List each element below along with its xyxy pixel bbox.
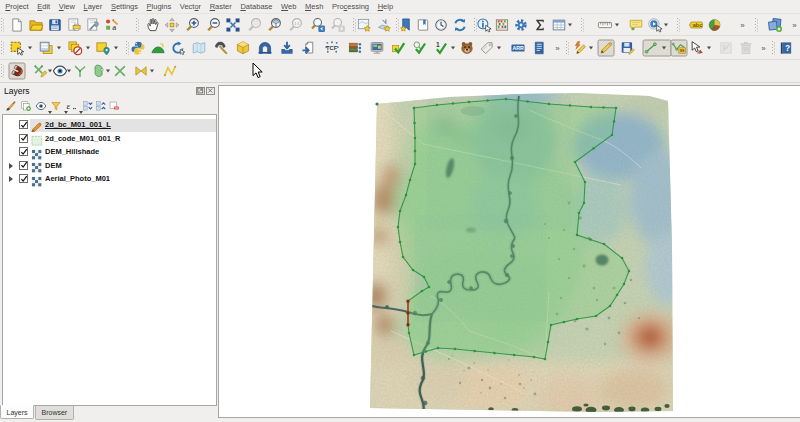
new-project-button[interactable]	[9, 16, 26, 33]
toolbar-handle[interactable]	[677, 18, 680, 32]
snap-on-intersection-button[interactable]	[72, 63, 89, 80]
menu-raster[interactable]: Raster	[205, 1, 236, 13]
toolbar-handle[interactable]	[1, 64, 4, 78]
deselect-features-button[interactable]	[67, 39, 84, 56]
snapping-mode-button[interactable]	[33, 63, 50, 80]
select-features-by-area-dropdown[interactable]	[28, 46, 32, 49]
topological-editing-button[interactable]	[112, 63, 129, 80]
run-feature-action-button[interactable]	[647, 16, 664, 33]
avoid-overlap-button[interactable]	[91, 63, 108, 80]
current-edits-dropdown[interactable]	[589, 46, 593, 49]
toolbar-overflow-button[interactable]: »	[740, 20, 743, 29]
help-contents-button[interactable]: ?	[778, 39, 795, 56]
new-spatial-bookmark-button[interactable]	[398, 16, 415, 33]
layer-row-DEM_Hillshade[interactable]: DEM_Hillshade	[4, 146, 216, 160]
toolbar-overflow-button[interactable]: »	[792, 20, 795, 29]
menu-project[interactable]: Project	[1, 1, 33, 13]
show-spatial-bookmarks-button[interactable]	[415, 16, 432, 33]
processing-toolbox-button[interactable]	[513, 16, 530, 33]
python-console-button[interactable]	[130, 39, 147, 56]
remove-layer-button[interactable]	[108, 99, 121, 112]
zoom-out-button[interactable]	[206, 16, 223, 33]
qgis2threejs-button[interactable]	[235, 39, 252, 56]
osm-place-search-button[interactable]	[170, 39, 187, 56]
select-by-location-dropdown[interactable]	[114, 46, 118, 49]
filter-by-expression-button[interactable]: ε	[64, 99, 77, 112]
new-print-layout-button[interactable]	[66, 16, 83, 33]
menu-view[interactable]: View	[54, 1, 79, 13]
pan-map-to-selection-button[interactable]	[164, 16, 181, 33]
layer-row-DEM[interactable]: DEM	[4, 159, 216, 173]
crayfish-mesh-button[interactable]	[191, 39, 208, 56]
toolbar-handle[interactable]	[1, 41, 4, 55]
save-layer-edits-button[interactable]	[620, 39, 637, 56]
toolbar-handle[interactable]	[581, 18, 584, 32]
menu-layer[interactable]: Layer	[79, 1, 106, 13]
toolbar-overflow-button[interactable]: »	[555, 43, 558, 52]
menu-database[interactable]: Database	[236, 1, 277, 13]
menu-plugins[interactable]: Plugins	[142, 1, 175, 13]
tuflow-viewer-button[interactable]	[347, 39, 364, 56]
menu-settings[interactable]: Settings	[107, 1, 143, 13]
toolbar-overflow-button[interactable]: »	[761, 43, 764, 52]
integrity-tool-button[interactable]	[412, 39, 429, 56]
panel-tab-browser[interactable]: Browser	[35, 406, 74, 420]
delete-selected-button[interactable]	[738, 39, 755, 56]
add-group-button[interactable]	[20, 99, 33, 112]
tuplot-button[interactable]	[459, 39, 476, 56]
run-feature-action-dropdown[interactable]	[664, 23, 668, 26]
zoom-to-selection-button[interactable]	[247, 16, 264, 33]
grass-tools-button[interactable]	[150, 39, 167, 56]
identify-features-button[interactable]	[476, 16, 493, 33]
configure-tuflow-project-button[interactable]: TCF	[324, 39, 341, 56]
expand-arrow-icon[interactable]	[9, 176, 13, 182]
toggle-editing-button[interactable]	[598, 39, 615, 56]
deselect-features-dropdown[interactable]	[86, 46, 90, 49]
tuflow-arch-button[interactable]	[257, 39, 274, 56]
panel-float-button[interactable]	[196, 87, 205, 96]
self-snapping-button[interactable]	[133, 63, 150, 80]
insert-tuflow-attributes-button[interactable]	[301, 39, 318, 56]
modify-attributes-dropdown[interactable]	[707, 46, 711, 49]
layer-diagram-options-button[interactable]	[707, 16, 724, 33]
avoid-overlap-dropdown[interactable]	[106, 70, 110, 73]
show-layout-manager-button[interactable]	[85, 16, 102, 33]
panel-close-button[interactable]	[206, 87, 215, 96]
open-project-button[interactable]	[28, 16, 45, 33]
add-line-feature-button[interactable]	[643, 39, 672, 56]
toolbar-handle[interactable]	[755, 18, 758, 32]
refresh-map-button[interactable]	[452, 16, 469, 33]
zoom-to-layer-button[interactable]	[267, 16, 284, 33]
view-results-button[interactable]	[369, 39, 386, 56]
layer-tree[interactable]: 2d_bc_M01_001_L2d_code_M01_001_RDEM_Hill…	[2, 114, 217, 406]
open-field-calculator-button[interactable]	[494, 16, 511, 33]
menu-help[interactable]: Help	[373, 1, 397, 13]
new-map-view-button[interactable]	[356, 16, 373, 33]
layer-visibility-checkbox[interactable]	[19, 161, 28, 170]
current-edits-button[interactable]	[572, 39, 589, 56]
open-layer-styling-button[interactable]	[4, 99, 17, 112]
run-tuflow-button[interactable]: 1	[433, 39, 450, 56]
layer-row-2d_bc_M01_001_L[interactable]: 2d_bc_M01_001_L	[4, 119, 216, 133]
expand-arrow-icon[interactable]	[9, 163, 13, 169]
layer-labeling-options-button[interactable]: abc	[688, 16, 705, 33]
tuflow-utilities-button[interactable]	[531, 39, 548, 56]
menu-edit[interactable]: Edit	[33, 1, 55, 13]
zoom-in-button[interactable]	[185, 16, 202, 33]
menu-processing[interactable]: Processing	[328, 1, 374, 13]
menu-vector[interactable]: Vector	[176, 1, 206, 13]
toolbar-handle[interactable]	[566, 41, 569, 55]
add-line-feature-dropdown[interactable]	[662, 46, 666, 49]
expand-all-button[interactable]	[82, 99, 95, 112]
layer-visibility-checkbox[interactable]	[19, 120, 28, 129]
select-features-by-value-dropdown[interactable]	[57, 46, 61, 49]
run-tuflow-dropdown[interactable]	[451, 46, 455, 49]
select-features-by-area-button[interactable]	[9, 39, 26, 56]
enable-snapping-button[interactable]	[9, 63, 26, 80]
select-features-by-value-button[interactable]	[38, 39, 55, 56]
apply-label-button[interactable]	[479, 39, 496, 56]
toolbar-handle[interactable]	[136, 18, 139, 32]
snapping-visibility-dropdown[interactable]	[67, 70, 71, 73]
profile-tool-button[interactable]	[213, 39, 230, 56]
apply-label-dropdown[interactable]	[497, 46, 501, 49]
